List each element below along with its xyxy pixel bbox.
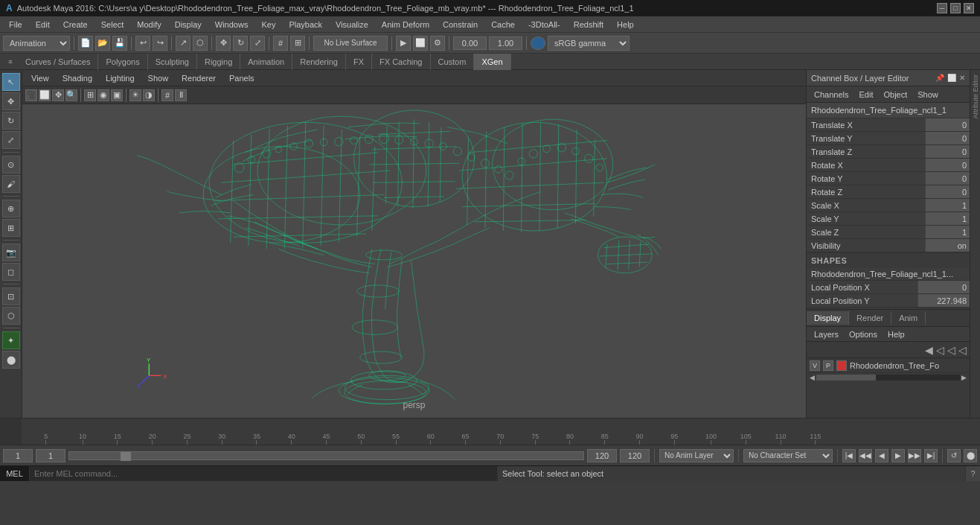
channel-label-scale-z[interactable]: Scale Z [807,226,925,238]
move-tool-lt[interactable]: ✥ [2,92,20,110]
viewport-canvas[interactable]: X Y Z persp [22,104,806,418]
channel-value-rotate-y[interactable]: 0 [925,172,970,185]
channel-value-translate-x[interactable]: 0 [925,118,970,131]
timeline-track[interactable]: 5101520253035404550556065707580859095100… [44,419,810,445]
next-key-btn[interactable]: ▶| [924,449,938,462]
channel-label-rotate-y[interactable]: Rotate Y [807,172,925,185]
render-region-button[interactable]: ⬜ [413,36,428,51]
layer-scroll-thumb[interactable] [816,375,876,381]
vp-menu-renderer[interactable]: Renderer [176,72,222,84]
vp-menu-shading[interactable]: Shading [57,72,98,84]
local-pos-y-value[interactable]: 227.948 [917,294,970,307]
menu-file[interactable]: File [3,19,28,31]
tab-fx-caching[interactable]: FX Caching [372,54,430,70]
channel-label-visibility[interactable]: Visibility [807,239,925,252]
save-scene-button[interactable]: 💾 [112,36,127,51]
end-frame-input[interactable] [620,449,650,462]
channel-value-visibility[interactable]: on [925,239,970,252]
tab-sculpting[interactable]: Sculpting [148,54,197,70]
module-menu-btn[interactable]: ≡ [3,54,18,70]
character-set-dropdown[interactable]: No Character Set [743,449,833,462]
vp-pan-btn[interactable]: ✥ [52,89,64,101]
tab-custom[interactable]: Custom [431,54,475,70]
maximize-button[interactable]: □ [950,3,961,13]
tab-anim[interactable]: Anim [891,311,926,325]
rotate-tool-button[interactable]: ↻ [233,36,248,51]
vp-menu-panels[interactable]: Panels [223,72,260,84]
value-input-2[interactable] [489,36,522,50]
menu-help[interactable]: Help [611,19,640,31]
panel-close-icon[interactable]: ✕ [959,74,965,82]
menu-anim-deform[interactable]: Anim Deform [376,19,435,31]
snap-grid-button[interactable]: ⊞ [290,36,305,51]
tab-curves-surfaces[interactable]: Curves / Surfaces [18,54,98,70]
loop-btn[interactable]: ↺ [947,449,961,462]
vp-grid-btn[interactable]: # [161,89,173,101]
menu-visualize[interactable]: Visualize [330,19,374,31]
layer-del-icon[interactable]: ◁ [936,344,944,356]
menu-redshift[interactable]: Redshift [568,19,609,31]
command-input-field[interactable] [30,466,497,481]
channel-value-rotate-z[interactable]: 0 [925,185,970,198]
layer-scroll-track[interactable] [816,375,960,381]
xgen-mode-lt[interactable]: ⬤ [2,351,20,369]
menu-cache[interactable]: Cache [485,19,521,31]
channel-label-rotate-z[interactable]: Rotate Z [807,185,925,198]
channel-label-scale-y[interactable]: Scale Y [807,212,925,225]
show-manip-lt[interactable]: ⊕ [2,200,20,217]
timeline-area[interactable]: 5101520253035404550556065707580859095100… [0,418,980,445]
vp-menu-show[interactable]: Show [142,72,175,84]
ch-menu-show[interactable]: Show [913,89,943,101]
prev-key-btn[interactable]: |◀ [842,449,856,462]
channel-label-translate-y[interactable]: Translate Y [807,132,925,144]
play-fwd-btn[interactable]: ▶ [891,449,905,462]
layer-menu-layers[interactable]: Layers [810,329,843,340]
tab-animation[interactable]: Animation [240,54,292,70]
open-scene-button[interactable]: 📂 [95,36,110,51]
tab-polygons[interactable]: Polygons [98,54,147,70]
channel-value-rotate-x[interactable]: 0 [925,159,970,171]
region-lt[interactable]: ⊡ [2,287,20,305]
camera-lt[interactable]: 📷 [2,244,20,261]
vp-camera-btn[interactable]: 🎥 [25,89,37,101]
layer-scroll-right-arrow[interactable]: ▶ [960,374,968,381]
tab-xgen[interactable]: XGen [474,54,510,70]
menu-key[interactable]: Key [255,19,281,31]
playback-slider-thumb[interactable] [121,452,131,461]
scale-tool-lt[interactable]: ⤢ [2,131,20,149]
channel-label-rotate-x[interactable]: Rotate X [807,159,925,171]
tab-display[interactable]: Display [807,311,849,325]
color-space-toggle[interactable] [531,36,545,50]
menu-display[interactable]: Display [169,19,208,31]
channel-label-translate-x[interactable]: Translate X [807,118,925,131]
panel-expand-icon[interactable]: ⬜ [947,74,956,82]
redo-button[interactable]: ↪ [153,36,167,51]
channel-value-translate-y[interactable]: 0 [925,132,970,144]
layer-move-icon[interactable]: ◁ [947,344,955,356]
vp-hud-btn[interactable]: Ⅱ [175,89,187,101]
anim-layer-dropdown[interactable]: No Anim Layer [659,449,734,462]
vp-menu-view[interactable]: View [25,72,55,84]
command-help-icon[interactable]: ? [965,466,980,481]
tab-rigging[interactable]: Rigging [197,54,240,70]
channel-value-scale-y[interactable]: 1 [925,212,970,225]
vp-light-btn[interactable]: ☀ [129,89,141,101]
vp-wireframe-btn[interactable]: ⊞ [84,89,96,101]
layer-pickable-btn[interactable]: P [823,360,833,371]
soft-select-lt[interactable]: ⊙ [2,156,20,174]
minimize-button[interactable]: ─ [937,3,947,13]
menu-playback[interactable]: Playback [283,19,328,31]
layer-visibility-btn[interactable]: V [810,360,820,371]
vp-smooth-btn[interactable]: ◉ [97,89,109,101]
marquee-lt[interactable]: ⬡ [2,307,20,325]
value-input-1[interactable] [453,36,487,50]
vp-texture-btn[interactable]: ▣ [111,89,123,101]
snap-lt[interactable]: ⊞ [2,219,20,237]
local-pos-y-label[interactable]: Local Position Y [807,294,917,307]
playback-slider[interactable] [68,451,584,460]
autokey-btn[interactable]: ⬤ [964,449,977,462]
menu-modify[interactable]: Modify [131,19,167,31]
prev-frame-btn[interactable]: ◀◀ [859,449,872,462]
scale-tool-button[interactable]: ⤢ [250,36,265,51]
tab-fx[interactable]: FX [346,54,372,70]
